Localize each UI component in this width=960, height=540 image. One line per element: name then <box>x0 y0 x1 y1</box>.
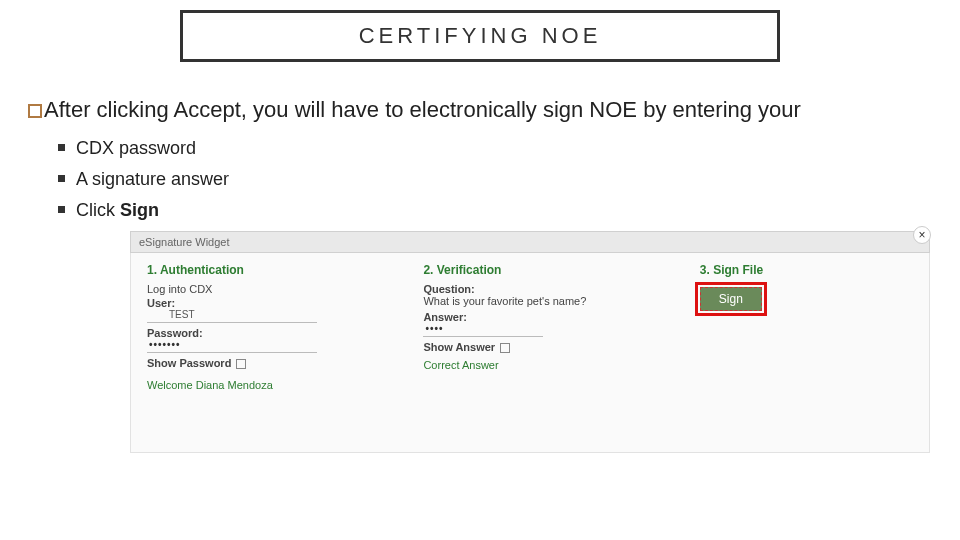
widget-title: eSignature Widget <box>139 236 230 248</box>
sign-column: 3. Sign File Sign <box>700 263 913 446</box>
show-password-line: Show Password <box>147 357 413 369</box>
show-answer-label: Show Answer <box>423 341 495 353</box>
sub-bullet-list: CDX password A signature answer Click Si… <box>58 138 960 221</box>
bullet-cdx-password: CDX password <box>58 138 960 159</box>
bullet-click-sign-bold: Sign <box>120 200 159 220</box>
user-label: User: <box>147 297 413 309</box>
answer-label: Answer: <box>423 311 689 323</box>
verify-column: 2. Verification Question: What is your f… <box>423 263 689 446</box>
close-icon[interactable]: × <box>913 226 931 244</box>
sign-heading: 3. Sign File <box>700 263 913 277</box>
show-password-label: Show Password <box>147 357 231 369</box>
password-field[interactable]: ••••••• <box>147 339 317 353</box>
question-text: What is your favorite pet's name? <box>423 295 689 307</box>
auth-column: 1. Authentication Log into CDX User: TES… <box>147 263 413 446</box>
sign-button[interactable]: Sign <box>700 287 762 311</box>
page-title: CERTIFYING NOE <box>180 10 780 62</box>
widget-body: 1. Authentication Log into CDX User: TES… <box>130 253 930 453</box>
intro-line: After clicking Accept, you will have to … <box>28 96 960 124</box>
correct-answer-text: Correct Answer <box>423 359 689 371</box>
show-password-checkbox[interactable] <box>236 359 246 369</box>
bullet-click-sign: Click Sign <box>58 200 960 221</box>
show-answer-line: Show Answer <box>423 341 689 353</box>
answer-field[interactable]: •••• <box>423 323 543 337</box>
intro-text: After clicking Accept, you will have to … <box>44 97 801 122</box>
show-answer-checkbox[interactable] <box>500 343 510 353</box>
password-label: Password: <box>147 327 413 339</box>
user-field[interactable]: TEST <box>147 309 317 323</box>
bullet-signature-answer: A signature answer <box>58 169 960 190</box>
widget-titlebar: eSignature Widget × <box>130 231 930 253</box>
esignature-widget-screenshot: eSignature Widget × 1. Authentication Lo… <box>130 231 930 453</box>
welcome-text: Welcome Diana Mendoza <box>147 379 413 391</box>
login-cdx-text: Log into CDX <box>147 283 413 295</box>
auth-heading: 1. Authentication <box>147 263 413 277</box>
verify-heading: 2. Verification <box>423 263 689 277</box>
bullet-click-sign-pre: Click <box>76 200 120 220</box>
question-label: Question: <box>423 283 689 295</box>
bullet-square-icon <box>28 104 42 118</box>
